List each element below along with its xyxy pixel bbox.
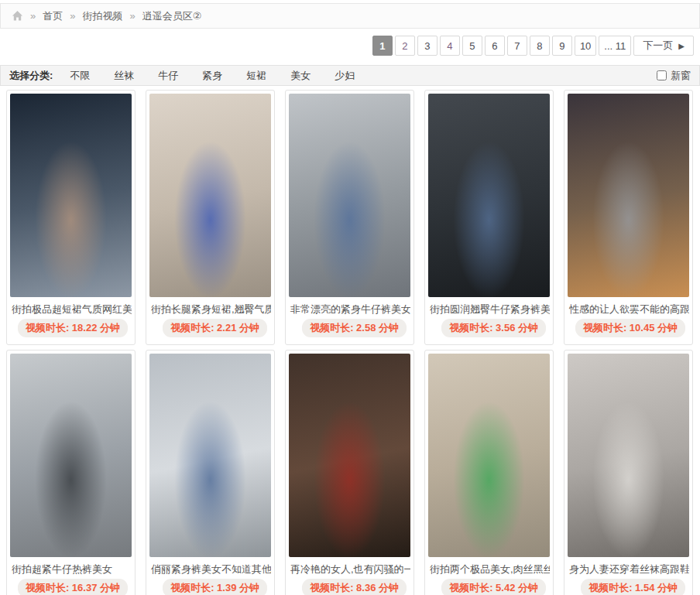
- video-title[interactable]: 俏丽紧身裤美女不知道其他功夫..: [149, 562, 271, 576]
- video-grid: 街拍极品超短裙气质网红美女 视频时长: 18.22 分钟 街拍长腿紧身短裙,翘臀…: [6, 90, 700, 595]
- video-title[interactable]: 街拍超紧牛仔热裤美女: [10, 562, 132, 576]
- new-window-checkbox[interactable]: [657, 70, 667, 80]
- page-button-6[interactable]: 6: [485, 36, 505, 56]
- video-thumbnail[interactable]: [10, 94, 132, 297]
- breadcrumb-separator: »: [30, 10, 36, 22]
- duration-badge: 视频时长: 3.56 分钟: [441, 319, 546, 337]
- video-title[interactable]: 街拍长腿紧身短裙,翘臀气质少妇: [149, 302, 271, 316]
- breadcrumb-item-home[interactable]: 首页: [43, 9, 63, 23]
- filter-option-tight[interactable]: 紧身: [202, 69, 222, 83]
- duration-badge: 视频时长: 2.58 分钟: [302, 319, 407, 337]
- video-card: 街拍两个极品美女,肉丝黑丝让... 视频时长: 5.42 分钟: [424, 350, 554, 595]
- video-title[interactable]: 性感的让人欲罢不能的高跟鞋美..: [568, 302, 689, 316]
- filter-option-young[interactable]: 少妇: [335, 69, 355, 83]
- video-card: 俏丽紧身裤美女不知道其他功夫.. 视频时长: 1.39 分钟: [146, 350, 275, 595]
- filter-option-all[interactable]: 不限: [70, 69, 90, 83]
- video-thumbnail[interactable]: [289, 354, 410, 557]
- next-page-label: 下一页: [643, 39, 673, 53]
- video-title[interactable]: 身为人妻还穿着丝袜高跟鞋出来..: [568, 562, 689, 576]
- next-page-arrow-icon: ▶: [678, 42, 685, 50]
- duration-badge: 视频时长: 5.42 分钟: [441, 579, 546, 595]
- video-thumbnail[interactable]: [568, 354, 689, 557]
- page-button-ellipsis-11[interactable]: ... 11: [599, 36, 631, 56]
- filter-label: 选择分类:: [9, 69, 53, 83]
- filter-option-stockings[interactable]: 丝袜: [114, 69, 134, 83]
- home-icon[interactable]: [12, 10, 23, 22]
- breadcrumb-item-member-zone[interactable]: 逍遥会员区②: [142, 9, 202, 23]
- video-title[interactable]: 街拍圆润翘臀牛仔紧身裤美女: [428, 302, 550, 316]
- video-card: 性感的让人欲罢不能的高跟鞋美.. 视频时长: 10.45 分钟: [564, 90, 693, 345]
- page-button-1[interactable]: 1: [372, 36, 393, 56]
- video-card: 身为人妻还穿着丝袜高跟鞋出来.. 视频时长: 1.54 分钟: [564, 350, 693, 595]
- video-card: 街拍长腿紧身短裙,翘臀气质少妇 视频时长: 2.21 分钟: [146, 90, 275, 345]
- new-window-toggle[interactable]: 新窗: [657, 69, 691, 83]
- new-window-label: 新窗: [671, 69, 691, 83]
- page-button-4[interactable]: 4: [440, 36, 460, 56]
- breadcrumb-separator: »: [129, 10, 135, 22]
- pagination: 1 2 3 4 5 6 7 8 9 10 ... 11 下一页 ▶: [0, 36, 694, 56]
- duration-badge: 视频时长: 1.54 分钟: [581, 579, 685, 595]
- filter-option-denim[interactable]: 牛仔: [158, 69, 178, 83]
- duration-badge: 视频时长: 2.21 分钟: [163, 319, 267, 337]
- video-title[interactable]: 街拍极品超短裙气质网红美女: [10, 302, 132, 316]
- duration-badge: 视频时长: 10.45 分钟: [575, 319, 685, 337]
- video-thumbnail[interactable]: [428, 94, 550, 297]
- filter-option-beauty[interactable]: 美女: [290, 69, 311, 83]
- category-filter-bar: 选择分类: 不限 丝袜 牛仔 紧身 短裙 美女 少妇 新窗: [0, 65, 700, 86]
- video-thumbnail[interactable]: [10, 354, 132, 557]
- next-page-button[interactable]: 下一页 ▶: [633, 36, 694, 56]
- video-card: 街拍圆润翘臀牛仔紧身裤美女 视频时长: 3.56 分钟: [424, 90, 554, 345]
- page-button-5[interactable]: 5: [462, 36, 482, 56]
- video-card: 非常漂亮的紧身牛仔裤美女 视频时长: 2.58 分钟: [285, 90, 414, 345]
- page-button-9[interactable]: 9: [552, 36, 572, 56]
- page-button-10[interactable]: 10: [575, 36, 596, 56]
- duration-badge: 视频时长: 1.39 分钟: [163, 579, 267, 595]
- page-button-7[interactable]: 7: [507, 36, 527, 56]
- duration-badge: 视频时长: 8.36 分钟: [302, 579, 407, 595]
- breadcrumb: » 首页 » 街拍视频 » 逍遥会员区②: [0, 3, 700, 29]
- video-thumbnail[interactable]: [568, 94, 689, 297]
- video-card: 街拍极品超短裙气质网红美女 视频时长: 18.22 分钟: [6, 90, 136, 345]
- page-button-8[interactable]: 8: [530, 36, 550, 56]
- filter-option-skirt[interactable]: 短裙: [246, 69, 266, 83]
- breadcrumb-item-street-videos[interactable]: 街拍视频: [82, 9, 122, 23]
- video-thumbnail[interactable]: [428, 354, 550, 557]
- video-card: 街拍超紧牛仔热裤美女 视频时长: 16.37 分钟: [6, 350, 136, 595]
- video-title[interactable]: 再冷艳的女人,也有闪骚的一面: [289, 562, 410, 576]
- video-card: 再冷艳的女人,也有闪骚的一面 视频时长: 8.36 分钟: [285, 350, 414, 595]
- page-button-2[interactable]: 2: [395, 36, 415, 56]
- duration-badge: 视频时长: 16.37 分钟: [18, 579, 128, 595]
- video-title[interactable]: 街拍两个极品美女,肉丝黑丝让...: [428, 562, 550, 576]
- page-button-3[interactable]: 3: [417, 36, 438, 56]
- video-thumbnail[interactable]: [149, 94, 271, 297]
- video-thumbnail[interactable]: [289, 94, 410, 297]
- duration-badge: 视频时长: 18.22 分钟: [18, 319, 128, 337]
- breadcrumb-separator: »: [70, 10, 75, 22]
- video-title[interactable]: 非常漂亮的紧身牛仔裤美女: [289, 302, 410, 316]
- video-thumbnail[interactable]: [149, 354, 271, 557]
